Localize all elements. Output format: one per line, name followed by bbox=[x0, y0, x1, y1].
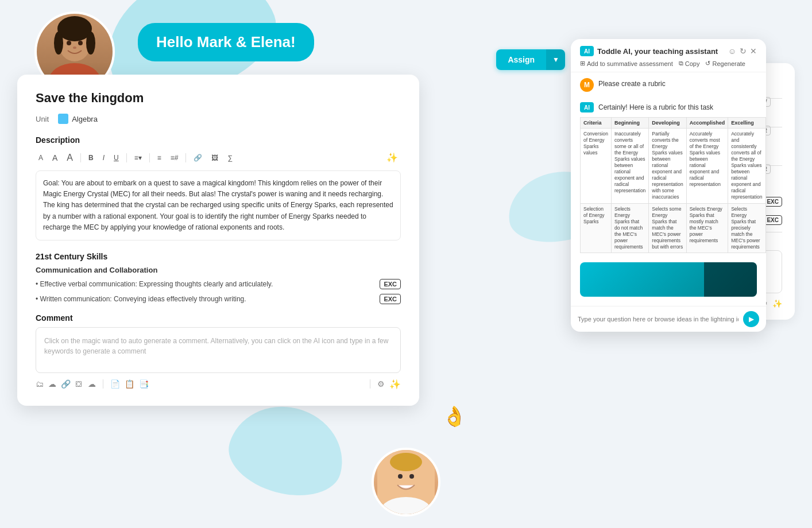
comment-icon-shape[interactable]: ⛋ bbox=[75, 379, 83, 389]
rubric-r2-excelling: Selects Energy Sparks that precisely mat… bbox=[728, 203, 765, 253]
avatar-bottom bbox=[372, 448, 440, 517]
ai-subaction-add-icon: ⊞ bbox=[580, 60, 585, 67]
toolbar-text-large[interactable]: A bbox=[64, 151, 76, 165]
ai-title-row: AI Toddle AI, your teaching assistant ☺ … bbox=[580, 46, 757, 56]
svg-point-7 bbox=[73, 46, 76, 49]
toolbar-sep-4 bbox=[185, 153, 186, 162]
ai-subaction-add[interactable]: ⊞ Add to summative assessment bbox=[580, 60, 673, 67]
rubric-header-criteria: Criteria bbox=[581, 118, 612, 129]
toolbar-magic-wand[interactable]: ✨ bbox=[384, 150, 401, 165]
skills-subtitle: Communication and Collaboration bbox=[36, 266, 401, 274]
rubric-header-accomplished: Accomplished bbox=[686, 118, 728, 129]
comment-icon-folder[interactable]: 🗂 bbox=[36, 379, 44, 389]
toolbar-sep-3 bbox=[149, 153, 150, 162]
rubric-r2-criteria: Selection of Energy Sparks bbox=[581, 203, 612, 253]
toolbar-italic[interactable]: I bbox=[100, 152, 107, 164]
comment-settings-icon[interactable]: ⚙ bbox=[377, 379, 385, 389]
bg-magic-icon[interactable]: ✨ bbox=[772, 299, 782, 308]
toolbar-formula[interactable]: ∑ bbox=[225, 152, 235, 164]
toolbar-underline[interactable]: U bbox=[111, 152, 122, 164]
comment-sep-2 bbox=[370, 379, 370, 389]
toolbar-align[interactable]: ≡▾ bbox=[132, 152, 145, 164]
toolbar-sep-2 bbox=[126, 153, 127, 162]
comment-tools-right: ⚙ ✨ bbox=[368, 379, 401, 390]
user-avatar-small: M bbox=[580, 78, 594, 92]
svg-point-5 bbox=[67, 41, 71, 45]
rubric-row-1: Conversion of Energy Sparks values Inacc… bbox=[581, 129, 766, 204]
assign-button-group[interactable]: Assign ▼ bbox=[496, 49, 565, 70]
rubric-header-beginning: Beginning bbox=[612, 118, 649, 129]
ai-actions: ☺ ↻ ✕ bbox=[728, 46, 757, 56]
rubric-header-excelling: Excelling bbox=[728, 118, 765, 129]
toolbar-text-medium[interactable]: A bbox=[49, 152, 60, 164]
svg-point-22 bbox=[390, 453, 422, 471]
skill-2-badge: EXC bbox=[380, 294, 401, 304]
rubric-table: Criteria Beginning Developing Accomplish… bbox=[580, 117, 766, 253]
toolbar-list-ol[interactable]: ≡# bbox=[168, 152, 181, 164]
bg-skill-1-badge: EXC bbox=[763, 197, 782, 207]
toolbar-link[interactable]: 🔗 bbox=[191, 152, 205, 164]
doc-description-label: Description bbox=[36, 135, 401, 145]
doc-unit-row: Unit Algebra bbox=[36, 114, 401, 124]
rubric-r2-beginning: Selects Energy Sparks that do not match … bbox=[612, 203, 649, 253]
toolbar-image[interactable]: 🖼 bbox=[208, 152, 221, 164]
doc-toolbar: A A A B I U ≡▾ ≡ ≡# 🔗 🖼 ∑ ✨ bbox=[36, 150, 401, 165]
comment-icon-pages[interactable]: 📑 bbox=[139, 379, 149, 389]
ai-subaction-copy[interactable]: ⧉ Copy bbox=[679, 60, 700, 67]
comment-sep-1 bbox=[103, 379, 103, 389]
doc-unit-tag: Algebra bbox=[58, 114, 98, 124]
ai-subaction-regen[interactable]: ↺ Regenerate bbox=[705, 60, 745, 67]
ai-image-preview-dark bbox=[704, 262, 757, 297]
bg-skill-2-badge: EXC bbox=[763, 215, 782, 225]
comment-icon-cloud2[interactable]: ☁ bbox=[88, 379, 96, 389]
assign-button[interactable]: Assign bbox=[496, 49, 546, 70]
ai-title-text: Toddle AI, your teaching assistant bbox=[597, 47, 718, 56]
ai-response: AI Certainly! Here is a rubric for this … bbox=[571, 98, 766, 262]
ai-close-icon[interactable]: ✕ bbox=[750, 46, 757, 56]
comment-box[interactable]: Click on the magic wand to auto generate… bbox=[36, 327, 401, 373]
ai-subaction-add-label: Add to summative assessment bbox=[587, 60, 673, 67]
comment-section: Comment Click on the magic wand to auto … bbox=[36, 313, 401, 390]
ai-send-button[interactable]: ▶ bbox=[743, 311, 759, 327]
comment-magic-icon[interactable]: ✨ bbox=[389, 379, 401, 390]
rubric-r1-accomplished: Accurately converts most of the Energy S… bbox=[686, 129, 728, 204]
greeting-bubble: Hello Mark & Elena! bbox=[138, 23, 314, 61]
ai-title: AI Toddle AI, your teaching assistant bbox=[580, 46, 718, 56]
skill-2-text: • Written communication: Conveying ideas… bbox=[36, 295, 373, 303]
ai-panel-header: AI Toddle AI, your teaching assistant ☺ … bbox=[571, 39, 766, 72]
toolbar-list-ul[interactable]: ≡ bbox=[154, 152, 164, 164]
ai-chat-input[interactable] bbox=[578, 316, 738, 323]
ai-refresh-icon[interactable]: ↻ bbox=[740, 46, 747, 56]
svg-point-6 bbox=[78, 41, 83, 45]
skill-1-text: • Effective verbal communication: Expres… bbox=[36, 280, 373, 288]
ai-image-container bbox=[571, 262, 766, 306]
ai-response-header: AI Certainly! Here is a rubric for this … bbox=[580, 102, 757, 112]
rubric-header-developing: Developing bbox=[649, 118, 686, 129]
assign-dropdown-button[interactable]: ▼ bbox=[546, 49, 565, 70]
skills-section: 21st Century Skills Communication and Co… bbox=[36, 252, 401, 304]
rubric-r1-criteria: Conversion of Energy Sparks values bbox=[581, 129, 612, 204]
rubric-r1-excelling: Accurately and consistently converts all… bbox=[728, 129, 765, 204]
rubric-row-2: Selection of Energy Sparks Selects Energ… bbox=[581, 203, 766, 253]
toolbar-bold[interactable]: B bbox=[86, 152, 96, 164]
toolbar-sep-1 bbox=[80, 153, 81, 162]
greeting-text: Hello Mark & Elena! bbox=[156, 33, 296, 51]
rubric-r2-developing: Selects some Energy Sparks that match th… bbox=[649, 203, 686, 253]
doc-body[interactable]: Goal: You are about to embark on a quest… bbox=[36, 170, 401, 240]
avatar-bottom-image bbox=[374, 450, 438, 514]
svg-point-25 bbox=[409, 474, 414, 479]
comment-icon-doc[interactable]: 📄 bbox=[110, 379, 120, 389]
comment-icon-cloud[interactable]: ☁ bbox=[48, 379, 56, 389]
rubric-r2-accomplished: Selects Energy Sparks that mostly match … bbox=[686, 203, 728, 253]
skill-item-2: • Written communication: Conveying ideas… bbox=[36, 294, 401, 304]
user-msg-text: Please create a rubric bbox=[598, 78, 666, 88]
ai-subaction-copy-icon: ⧉ bbox=[679, 60, 683, 67]
ai-smile-icon[interactable]: ☺ bbox=[728, 46, 736, 56]
toolbar-text-small[interactable]: A bbox=[36, 152, 46, 164]
comment-icon-clipboard[interactable]: 📋 bbox=[125, 379, 134, 389]
doc-unit-label: Unit bbox=[36, 115, 49, 123]
comment-icon-link[interactable]: 🔗 bbox=[61, 379, 71, 389]
doc-title: Save the kingdom bbox=[36, 91, 401, 106]
ai-subaction-regen-icon: ↺ bbox=[705, 60, 710, 67]
skill-1-badge: EXC bbox=[380, 279, 401, 289]
